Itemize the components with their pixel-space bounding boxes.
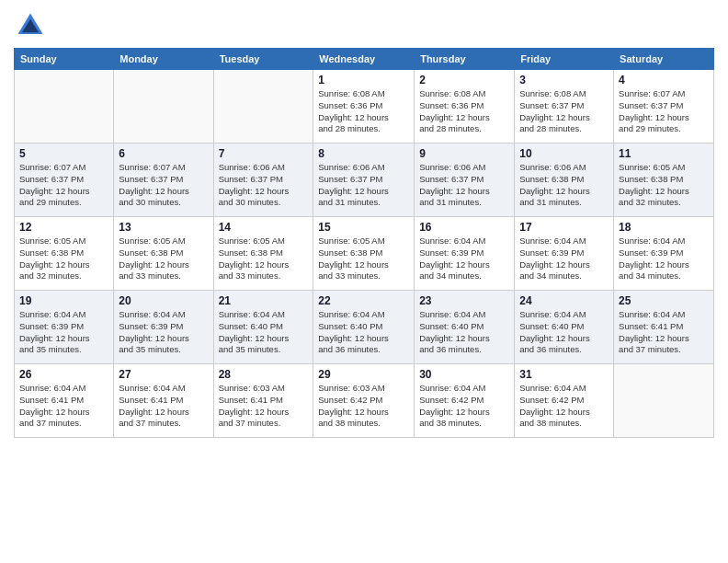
- weekday-header-thursday: Thursday: [415, 49, 515, 70]
- calendar-cell: [15, 70, 114, 144]
- day-info: Sunrise: 6:08 AM Sunset: 6:36 PM Dayligh…: [318, 88, 409, 135]
- weekday-header-row: SundayMondayTuesdayWednesdayThursdayFrid…: [15, 49, 714, 70]
- day-info: Sunrise: 6:04 AM Sunset: 6:41 PM Dayligh…: [19, 383, 108, 430]
- day-info: Sunrise: 6:03 AM Sunset: 6:41 PM Dayligh…: [219, 383, 309, 430]
- day-info: Sunrise: 6:07 AM Sunset: 6:37 PM Dayligh…: [119, 162, 208, 209]
- day-info: Sunrise: 6:06 AM Sunset: 6:37 PM Dayligh…: [318, 162, 409, 209]
- day-info: Sunrise: 6:04 AM Sunset: 6:39 PM Dayligh…: [419, 236, 509, 282]
- day-info: Sunrise: 6:06 AM Sunset: 6:37 PM Dayligh…: [219, 162, 309, 209]
- day-number: 20: [119, 294, 208, 307]
- calendar-cell: 6Sunrise: 6:07 AM Sunset: 6:37 PM Daylig…: [114, 144, 213, 217]
- logo: [14, 9, 52, 42]
- day-info: Sunrise: 6:08 AM Sunset: 6:36 PM Dayligh…: [419, 88, 509, 135]
- day-number: 23: [419, 294, 509, 307]
- calendar-cell: 30Sunrise: 6:04 AM Sunset: 6:42 PM Dayli…: [415, 364, 515, 438]
- day-number: 12: [19, 221, 108, 234]
- day-number: 16: [419, 221, 509, 234]
- day-info: Sunrise: 6:05 AM Sunset: 6:38 PM Dayligh…: [318, 236, 409, 282]
- calendar-cell: 23Sunrise: 6:04 AM Sunset: 6:40 PM Dayli…: [415, 291, 515, 364]
- day-number: 6: [119, 147, 208, 160]
- day-info: Sunrise: 6:04 AM Sunset: 6:39 PM Dayligh…: [19, 309, 108, 356]
- day-number: 21: [219, 294, 309, 307]
- day-info: Sunrise: 6:04 AM Sunset: 6:42 PM Dayligh…: [419, 383, 509, 430]
- day-number: 30: [419, 368, 509, 381]
- day-number: 10: [519, 147, 609, 160]
- calendar-week-row: 12Sunrise: 6:05 AM Sunset: 6:38 PM Dayli…: [15, 217, 714, 291]
- calendar-week-row: 19Sunrise: 6:04 AM Sunset: 6:39 PM Dayli…: [15, 291, 714, 364]
- calendar-cell: [614, 364, 714, 438]
- day-number: 3: [519, 74, 609, 86]
- calendar-cell: 27Sunrise: 6:04 AM Sunset: 6:41 PM Dayli…: [114, 364, 213, 438]
- day-number: 28: [219, 368, 309, 381]
- weekday-header-friday: Friday: [515, 49, 614, 70]
- day-number: 15: [318, 221, 409, 234]
- weekday-header-sunday: Sunday: [15, 49, 114, 70]
- day-number: 4: [619, 74, 709, 86]
- day-info: Sunrise: 6:06 AM Sunset: 6:37 PM Dayligh…: [419, 162, 509, 209]
- calendar-cell: 5Sunrise: 6:07 AM Sunset: 6:37 PM Daylig…: [15, 144, 114, 217]
- day-info: Sunrise: 6:05 AM Sunset: 6:38 PM Dayligh…: [119, 236, 208, 282]
- weekday-header-wednesday: Wednesday: [313, 49, 415, 70]
- calendar-cell: 2Sunrise: 6:08 AM Sunset: 6:36 PM Daylig…: [415, 70, 515, 144]
- calendar-cell: 1Sunrise: 6:08 AM Sunset: 6:36 PM Daylig…: [313, 70, 415, 144]
- day-number: 27: [119, 368, 208, 381]
- day-info: Sunrise: 6:04 AM Sunset: 6:39 PM Dayligh…: [519, 236, 609, 282]
- calendar-cell: 31Sunrise: 6:04 AM Sunset: 6:42 PM Dayli…: [515, 364, 614, 438]
- day-info: Sunrise: 6:04 AM Sunset: 6:40 PM Dayligh…: [219, 309, 309, 356]
- day-number: 25: [619, 294, 709, 307]
- day-info: Sunrise: 6:04 AM Sunset: 6:42 PM Dayligh…: [519, 383, 609, 430]
- calendar-cell: 19Sunrise: 6:04 AM Sunset: 6:39 PM Dayli…: [15, 291, 114, 364]
- day-info: Sunrise: 6:07 AM Sunset: 6:37 PM Dayligh…: [619, 88, 709, 135]
- calendar-cell: 12Sunrise: 6:05 AM Sunset: 6:38 PM Dayli…: [15, 217, 114, 291]
- day-info: Sunrise: 6:04 AM Sunset: 6:40 PM Dayligh…: [318, 309, 409, 356]
- calendar-cell: 10Sunrise: 6:06 AM Sunset: 6:38 PM Dayli…: [515, 144, 614, 217]
- day-info: Sunrise: 6:04 AM Sunset: 6:39 PM Dayligh…: [119, 309, 208, 356]
- calendar-cell: [213, 70, 313, 144]
- calendar: SundayMondayTuesdayWednesdayThursdayFrid…: [14, 48, 714, 438]
- day-number: 19: [19, 294, 108, 307]
- day-info: Sunrise: 6:06 AM Sunset: 6:38 PM Dayligh…: [519, 162, 609, 209]
- calendar-week-row: 1Sunrise: 6:08 AM Sunset: 6:36 PM Daylig…: [15, 70, 714, 144]
- day-info: Sunrise: 6:03 AM Sunset: 6:42 PM Dayligh…: [318, 383, 409, 430]
- day-number: 14: [219, 221, 309, 234]
- calendar-cell: 13Sunrise: 6:05 AM Sunset: 6:38 PM Dayli…: [114, 217, 213, 291]
- header: [14, 9, 714, 42]
- day-number: 18: [619, 221, 709, 234]
- day-number: 24: [519, 294, 609, 307]
- calendar-cell: 26Sunrise: 6:04 AM Sunset: 6:41 PM Dayli…: [15, 364, 114, 438]
- day-number: 11: [619, 147, 709, 160]
- calendar-cell: 22Sunrise: 6:04 AM Sunset: 6:40 PM Dayli…: [313, 291, 415, 364]
- calendar-week-row: 5Sunrise: 6:07 AM Sunset: 6:37 PM Daylig…: [15, 144, 714, 217]
- day-number: 7: [219, 147, 309, 160]
- calendar-cell: 20Sunrise: 6:04 AM Sunset: 6:39 PM Dayli…: [114, 291, 213, 364]
- day-number: 17: [519, 221, 609, 234]
- calendar-cell: 16Sunrise: 6:04 AM Sunset: 6:39 PM Dayli…: [415, 217, 515, 291]
- calendar-cell: 11Sunrise: 6:05 AM Sunset: 6:38 PM Dayli…: [614, 144, 714, 217]
- calendar-cell: 18Sunrise: 6:04 AM Sunset: 6:39 PM Dayli…: [614, 217, 714, 291]
- calendar-cell: 21Sunrise: 6:04 AM Sunset: 6:40 PM Dayli…: [213, 291, 313, 364]
- day-info: Sunrise: 6:04 AM Sunset: 6:41 PM Dayligh…: [119, 383, 208, 430]
- day-info: Sunrise: 6:04 AM Sunset: 6:40 PM Dayligh…: [419, 309, 509, 356]
- calendar-cell: 24Sunrise: 6:04 AM Sunset: 6:40 PM Dayli…: [515, 291, 614, 364]
- day-info: Sunrise: 6:05 AM Sunset: 6:38 PM Dayligh…: [219, 236, 309, 282]
- day-info: Sunrise: 6:08 AM Sunset: 6:37 PM Dayligh…: [519, 88, 609, 135]
- page: SundayMondayTuesdayWednesdayThursdayFrid…: [0, 0, 728, 563]
- logo-icon: [14, 9, 47, 42]
- calendar-cell: 4Sunrise: 6:07 AM Sunset: 6:37 PM Daylig…: [614, 70, 714, 144]
- calendar-cell: 7Sunrise: 6:06 AM Sunset: 6:37 PM Daylig…: [213, 144, 313, 217]
- calendar-cell: 25Sunrise: 6:04 AM Sunset: 6:41 PM Dayli…: [614, 291, 714, 364]
- day-number: 31: [519, 368, 609, 381]
- day-number: 9: [419, 147, 509, 160]
- day-number: 13: [119, 221, 208, 234]
- calendar-cell: 14Sunrise: 6:05 AM Sunset: 6:38 PM Dayli…: [213, 217, 313, 291]
- day-info: Sunrise: 6:07 AM Sunset: 6:37 PM Dayligh…: [19, 162, 108, 209]
- calendar-cell: 15Sunrise: 6:05 AM Sunset: 6:38 PM Dayli…: [313, 217, 415, 291]
- day-info: Sunrise: 6:04 AM Sunset: 6:39 PM Dayligh…: [619, 236, 709, 282]
- day-number: 22: [318, 294, 409, 307]
- weekday-header-saturday: Saturday: [614, 49, 714, 70]
- day-info: Sunrise: 6:05 AM Sunset: 6:38 PM Dayligh…: [19, 236, 108, 282]
- calendar-week-row: 26Sunrise: 6:04 AM Sunset: 6:41 PM Dayli…: [15, 364, 714, 438]
- calendar-cell: 8Sunrise: 6:06 AM Sunset: 6:37 PM Daylig…: [313, 144, 415, 217]
- calendar-cell: 3Sunrise: 6:08 AM Sunset: 6:37 PM Daylig…: [515, 70, 614, 144]
- day-info: Sunrise: 6:04 AM Sunset: 6:41 PM Dayligh…: [619, 309, 709, 356]
